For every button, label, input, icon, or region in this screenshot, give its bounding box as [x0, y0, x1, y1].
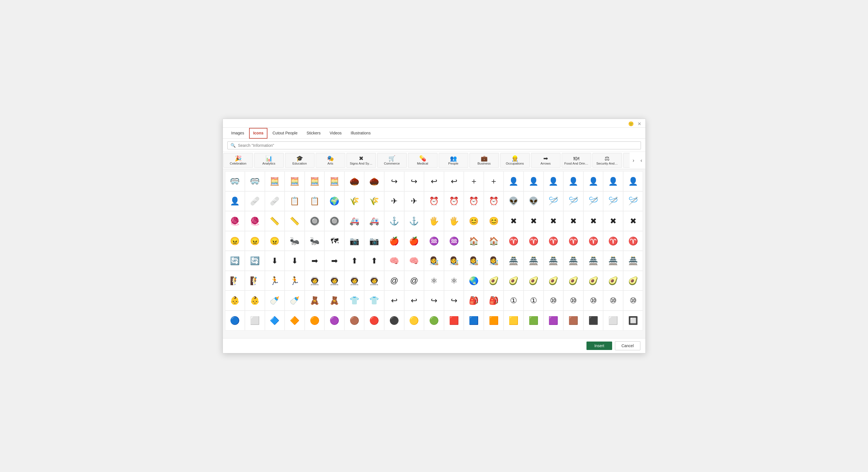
icon-cell[interactable]: ✖: [603, 211, 623, 231]
icon-cell[interactable]: 🧑‍🚀: [305, 271, 325, 291]
icon-cell[interactable]: 📋: [305, 191, 325, 211]
icon-cell[interactable]: 📏: [285, 211, 305, 231]
icon-cell[interactable]: ⚛: [444, 271, 464, 291]
icon-cell[interactable]: ①: [503, 291, 524, 310]
icon-cell[interactable]: ↩: [444, 171, 464, 191]
icon-cell[interactable]: 🧗: [225, 271, 245, 291]
icon-cell[interactable]: ⏰: [444, 191, 464, 211]
icon-cell[interactable]: ↪: [444, 291, 464, 310]
icon-cell[interactable]: 👤: [583, 171, 603, 191]
category-btn-celebration[interactable]: 🎉Celebration: [223, 153, 253, 168]
icon-cell[interactable]: 🏯: [503, 251, 524, 271]
icon-cell[interactable]: 👤: [524, 171, 544, 191]
icon-cell[interactable]: 🥽: [225, 171, 245, 191]
category-btn-medical[interactable]: 💊Medical: [408, 153, 437, 168]
icon-cell[interactable]: 🏠: [484, 231, 504, 251]
icon-cell[interactable]: ⑩: [544, 291, 564, 310]
icon-cell[interactable]: 🍼: [285, 291, 305, 310]
icon-cell[interactable]: 🟤: [344, 310, 365, 331]
icon-cell[interactable]: 🩹: [265, 191, 285, 211]
icon-cell[interactable]: ⑩: [563, 291, 583, 310]
icon-cell[interactable]: 👤: [563, 171, 583, 191]
icon-cell[interactable]: 🧶: [245, 211, 265, 231]
icon-cell[interactable]: 🪡: [544, 191, 564, 211]
category-btn-business[interactable]: 💼Business: [469, 153, 499, 168]
icon-cell[interactable]: 🥑: [524, 271, 544, 291]
icon-cell[interactable]: 😊: [484, 211, 504, 231]
icon-cell[interactable]: ✖: [524, 211, 544, 231]
icon-cell[interactable]: ⬇: [285, 251, 305, 271]
icon-cell[interactable]: ⚓: [384, 211, 404, 231]
search-input[interactable]: [238, 143, 638, 148]
icon-cell[interactable]: 🥑: [544, 271, 564, 291]
category-btn-food-and-drin-[interactable]: 🍽Food And Drin…: [562, 153, 591, 168]
icon-cell[interactable]: 📋: [285, 191, 305, 211]
icon-cell[interactable]: ♈: [544, 231, 564, 251]
icon-cell[interactable]: 🧠: [384, 251, 404, 271]
icon-cell[interactable]: 🍼: [265, 291, 285, 310]
icon-cell[interactable]: 🏯: [603, 251, 623, 271]
icon-cell[interactable]: 🎒: [464, 291, 484, 310]
icon-cell[interactable]: 🔄: [245, 251, 265, 271]
icon-cell[interactable]: 🏯: [524, 251, 544, 271]
icon-cell[interactable]: 🥑: [563, 271, 583, 291]
icon-cell[interactable]: 😠: [265, 231, 285, 251]
icon-cell[interactable]: ↪: [404, 171, 424, 191]
icon-cell[interactable]: 👤: [503, 171, 524, 191]
icon-cell[interactable]: 🟩: [524, 310, 544, 331]
icon-cell[interactable]: 👶: [245, 291, 265, 310]
icon-cell[interactable]: ⏰: [464, 191, 484, 211]
icon-cell[interactable]: ⑩: [583, 291, 603, 310]
icon-cell[interactable]: ⚛: [424, 271, 444, 291]
icon-cell[interactable]: 🏯: [563, 251, 583, 271]
icon-cell[interactable]: ⬇: [265, 251, 285, 271]
icon-cell[interactable]: 🖐: [424, 211, 444, 231]
icon-cell[interactable]: 🌏: [464, 271, 484, 291]
icon-cell[interactable]: ✖: [623, 211, 643, 231]
category-btn-arts[interactable]: 🎭Arts: [316, 153, 345, 168]
category-btn-arrows[interactable]: ➡Arrows: [531, 153, 560, 168]
icon-cell[interactable]: 🧑‍🚀: [344, 271, 365, 291]
tab-illustrations[interactable]: Illustrations: [347, 128, 375, 139]
category-btn-education[interactable]: 🎓Education: [285, 153, 314, 168]
icon-cell[interactable]: ➡: [324, 251, 344, 271]
icon-cell[interactable]: 🚑: [344, 211, 365, 231]
icon-cell[interactable]: ✖: [544, 211, 564, 231]
icon-cell[interactable]: 🧮: [324, 171, 344, 191]
icon-cell[interactable]: ♈: [583, 231, 603, 251]
icon-cell[interactable]: 🧠: [404, 251, 424, 271]
icon-cell[interactable]: ＋: [484, 171, 504, 191]
icon-cell[interactable]: 🪡: [583, 191, 603, 211]
icon-cell[interactable]: 🟫: [563, 310, 583, 331]
icon-cell[interactable]: 🔲: [623, 310, 643, 331]
category-btn-commerce[interactable]: 🛒Commerce: [377, 153, 407, 168]
icon-cell[interactable]: ⚓: [404, 211, 424, 231]
tab-icons[interactable]: Icons: [249, 128, 268, 139]
icon-cell[interactable]: @: [404, 271, 424, 291]
icon-cell[interactable]: 👽: [503, 191, 524, 211]
icon-cell[interactable]: ⑩: [623, 291, 643, 310]
icon-cell[interactable]: 👩‍🎨: [424, 251, 444, 271]
icon-cell[interactable]: 🥽: [245, 171, 265, 191]
icon-cell[interactable]: ⏰: [424, 191, 444, 211]
icon-cell[interactable]: ♒: [424, 231, 444, 251]
icon-cell[interactable]: ✖: [563, 211, 583, 231]
icon-cell[interactable]: ⬜: [603, 310, 623, 331]
icon-cell[interactable]: @: [384, 271, 404, 291]
icon-cell[interactable]: 🔄: [225, 251, 245, 271]
icon-cell[interactable]: ✈: [384, 191, 404, 211]
icon-cell[interactable]: ♈: [623, 231, 643, 251]
icon-cell[interactable]: 👤: [623, 171, 643, 191]
icon-cell[interactable]: 🌍: [324, 191, 344, 211]
icon-cell[interactable]: ✖: [583, 211, 603, 231]
icon-cell[interactable]: 🟢: [424, 310, 444, 331]
icon-cell[interactable]: 🍎: [384, 231, 404, 251]
icon-cell[interactable]: 🧮: [305, 171, 325, 191]
icon-cell[interactable]: 🧮: [285, 171, 305, 191]
tab-videos[interactable]: Videos: [326, 128, 346, 139]
icon-cell[interactable]: 😊: [464, 211, 484, 231]
categories-nav-right[interactable]: ›: [630, 158, 638, 163]
icon-cell[interactable]: 🏯: [583, 251, 603, 271]
icon-cell[interactable]: ♈: [603, 231, 623, 251]
icon-cell[interactable]: 📷: [344, 231, 365, 251]
